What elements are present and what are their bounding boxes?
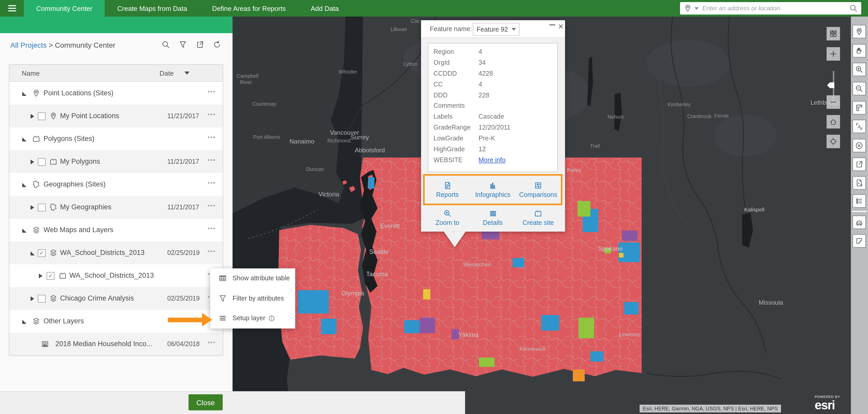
layer-row[interactable]: ✓WA_School_Districts_2013••• bbox=[9, 264, 223, 287]
layer-row[interactable]: My Point Locations11/21/2017••• bbox=[9, 105, 223, 127]
caret-expanded-icon[interactable] bbox=[22, 183, 26, 187]
feature-select-dropdown[interactable]: Feature 92 bbox=[473, 23, 520, 36]
export-icon[interactable] bbox=[196, 40, 204, 49]
zoom-out-icon[interactable] bbox=[852, 82, 866, 95]
search-icon[interactable] bbox=[162, 40, 170, 49]
district-patch-blue[interactable] bbox=[298, 290, 329, 314]
close-button[interactable]: Close bbox=[188, 394, 223, 410]
legend-list-icon[interactable] bbox=[852, 194, 866, 208]
district-patch-orange[interactable] bbox=[573, 369, 585, 381]
context-menu-item-filter-by-attributes[interactable]: Filter by attributes bbox=[210, 288, 295, 308]
layer-row[interactable]: My Geographies11/21/2017••• bbox=[9, 196, 223, 219]
site-area-icon[interactable] bbox=[852, 234, 866, 248]
date-sort-caret-icon[interactable] bbox=[184, 71, 190, 75]
layer-row[interactable]: Web Maps and Layers••• bbox=[9, 219, 223, 241]
row-options-icon[interactable]: ••• bbox=[208, 111, 216, 118]
context-menu-item-setup-layer[interactable]: Setup layer bbox=[210, 308, 295, 328]
row-options-icon[interactable]: ••• bbox=[208, 225, 216, 232]
nav-tab-add-data[interactable]: Add Data bbox=[298, 0, 351, 17]
caret-collapsed-icon[interactable] bbox=[31, 296, 34, 301]
district-patch-yellow[interactable] bbox=[619, 253, 624, 258]
district-patch-blue[interactable] bbox=[368, 177, 374, 188]
district-patch-blue[interactable] bbox=[321, 319, 337, 334]
pdf-export-icon[interactable]: A bbox=[852, 176, 866, 190]
basemap-gallery-icon[interactable] bbox=[827, 27, 840, 40]
clear-selection-icon[interactable] bbox=[852, 139, 866, 152]
row-options-icon[interactable]: ••• bbox=[208, 88, 216, 95]
drive-time-car-icon[interactable] bbox=[852, 215, 866, 229]
district-patch-blue[interactable] bbox=[404, 320, 420, 333]
secondary-action-create-site[interactable]: Create site bbox=[516, 206, 561, 230]
layer-row[interactable]: Polygons (Sites)••• bbox=[9, 127, 223, 150]
district-patch-yellow[interactable] bbox=[423, 289, 430, 299]
refresh-icon[interactable] bbox=[213, 40, 221, 49]
layer-checkbox[interactable] bbox=[38, 204, 45, 211]
close-icon[interactable]: ✕ bbox=[558, 23, 564, 30]
breadcrumb-all-projects[interactable]: All Projects bbox=[10, 41, 46, 49]
layer-checkbox[interactable]: ✓ bbox=[38, 249, 45, 257]
row-options-icon[interactable]: ••• bbox=[208, 248, 216, 255]
primary-action-reports[interactable]: Reports bbox=[425, 176, 470, 204]
search-type-caret-icon[interactable] bbox=[694, 7, 699, 9]
row-options-icon[interactable]: ••• bbox=[208, 134, 216, 141]
location-pin-icon[interactable] bbox=[852, 25, 866, 38]
district-patch-green[interactable] bbox=[579, 318, 594, 338]
caret-expanded-icon[interactable] bbox=[22, 229, 26, 233]
district-patch-blue[interactable] bbox=[624, 302, 639, 315]
primary-action-comparisons[interactable]: Comparisons bbox=[516, 176, 561, 204]
share-export-icon[interactable] bbox=[852, 157, 866, 171]
district-patch-blue[interactable] bbox=[541, 315, 559, 331]
district-patch-green[interactable] bbox=[578, 201, 590, 216]
caret-expanded-icon[interactable] bbox=[22, 320, 26, 324]
caret-collapsed-icon[interactable] bbox=[31, 205, 34, 210]
row-options-icon[interactable]: ••• bbox=[208, 179, 216, 186]
measure-ruler-icon[interactable] bbox=[852, 101, 866, 115]
minimize-icon[interactable] bbox=[550, 24, 555, 25]
layer-row[interactable]: Chicago Crime Analysis02/25/2019••• bbox=[9, 287, 223, 310]
search-input[interactable] bbox=[701, 4, 849, 12]
district-patch-blue[interactable] bbox=[513, 258, 524, 267]
zoom-minus-icon[interactable] bbox=[827, 95, 840, 109]
secondary-action-zoom-to[interactable]: Zoom to bbox=[425, 206, 470, 230]
district-patch-blue[interactable] bbox=[590, 351, 603, 362]
layer-checkbox[interactable] bbox=[38, 295, 45, 303]
district-patch-purple[interactable] bbox=[622, 231, 638, 241]
row-options-icon[interactable]: ••• bbox=[208, 202, 216, 209]
layer-row[interactable]: Point Locations (Sites)••• bbox=[9, 82, 223, 105]
district-patch-purple[interactable] bbox=[420, 318, 435, 333]
nav-tab-create-maps-from-data[interactable]: Create Maps from Data bbox=[105, 0, 200, 17]
row-options-icon[interactable]: ••• bbox=[208, 339, 216, 346]
primary-action-infographics[interactable]: Infographics bbox=[470, 176, 515, 204]
locate-icon[interactable] bbox=[827, 135, 840, 148]
zoom-plus-icon[interactable] bbox=[827, 47, 840, 61]
search-icon[interactable] bbox=[849, 4, 858, 12]
zoom-in-icon[interactable] bbox=[852, 63, 866, 76]
menu-icon[interactable] bbox=[0, 0, 24, 17]
nav-tab-define-areas-for-reports[interactable]: Define Areas for Reports bbox=[200, 0, 298, 17]
layer-checkbox[interactable]: ✓ bbox=[46, 272, 54, 280]
caret-collapsed-icon[interactable] bbox=[31, 114, 34, 119]
caret-expanded-icon[interactable] bbox=[31, 251, 35, 256]
nav-tab-community-center[interactable]: Community Center bbox=[24, 0, 105, 17]
home-icon[interactable] bbox=[827, 115, 840, 128]
district-patch-green[interactable] bbox=[479, 357, 495, 367]
filter-icon[interactable] bbox=[179, 40, 187, 49]
caret-expanded-icon[interactable] bbox=[22, 137, 26, 142]
layer-row[interactable]: ✓WA_School_Districts_201302/25/2019••• bbox=[9, 241, 223, 264]
info-icon[interactable] bbox=[268, 315, 275, 322]
attribute-value[interactable]: More info bbox=[478, 156, 505, 164]
secondary-action-details[interactable]: Details bbox=[470, 206, 515, 230]
row-options-icon[interactable]: ••• bbox=[208, 156, 216, 164]
layer-checkbox[interactable] bbox=[38, 158, 45, 166]
caret-expanded-icon[interactable] bbox=[22, 92, 26, 96]
caret-collapsed-icon[interactable] bbox=[39, 273, 42, 278]
layer-row[interactable]: Geographies (Sites)••• bbox=[9, 173, 223, 196]
layer-row[interactable]: Other Layers••• bbox=[9, 310, 223, 333]
district-patch-purple[interactable] bbox=[452, 329, 459, 339]
text-label-icon[interactable]: A bbox=[852, 120, 866, 133]
pan-hand-icon[interactable] bbox=[852, 44, 866, 58]
caret-collapsed-icon[interactable] bbox=[31, 159, 34, 164]
layer-checkbox[interactable] bbox=[38, 113, 45, 120]
context-menu-item-show-attribute-table[interactable]: Show attribute table bbox=[210, 268, 295, 288]
layer-row[interactable]: 2018 Median Household Inco...06/04/2018•… bbox=[9, 333, 223, 355]
